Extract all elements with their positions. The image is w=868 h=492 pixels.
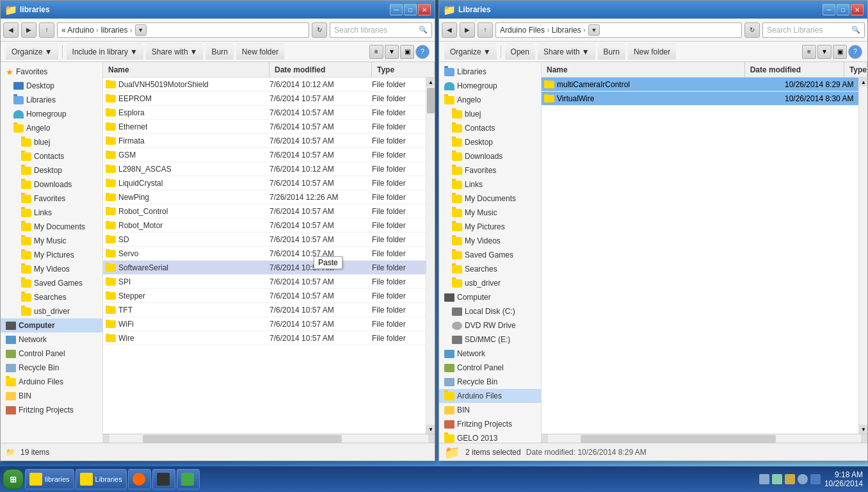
file-row[interactable]: GSM 7/6/2014 10:57 AM File folder bbox=[103, 148, 426, 162]
sidebar-item-downloads[interactable]: Downloads bbox=[1, 177, 102, 192]
sidebar-item-usb-driver[interactable]: usb_driver bbox=[1, 304, 102, 318]
address-box-right[interactable]: Arduino Files › Libraries › ▼ bbox=[495, 22, 742, 38]
file-row[interactable]: TFT 7/6/2014 10:57 AM File folder bbox=[103, 303, 426, 317]
forward-btn-left[interactable]: ▶ bbox=[21, 22, 36, 38]
sidebar-right-links[interactable]: Links bbox=[439, 177, 541, 192]
sidebar-right-searches[interactable]: Searches bbox=[439, 262, 541, 276]
sidebar-right-my-pictures[interactable]: My Pictures bbox=[439, 220, 541, 234]
scroll-thumb-left[interactable] bbox=[427, 88, 435, 113]
h-scroll-thumb-left[interactable] bbox=[143, 435, 342, 443]
scroll-track-left[interactable]: ▲ ▼ bbox=[426, 78, 435, 434]
sidebar-right-downloads[interactable]: Downloads bbox=[439, 149, 541, 163]
clock-display[interactable]: 9:18 AM 10/26/2014 bbox=[824, 470, 863, 488]
address-dropdown-left[interactable]: ▼ bbox=[135, 24, 147, 36]
left-explorer-window[interactable]: 📁 libraries ─ □ ✕ ◀ ▶ ↑ « Arduino › libr… bbox=[0, 0, 435, 461]
sidebar-right-my-videos[interactable]: My Videos bbox=[439, 234, 541, 248]
sidebar-item-my-documents[interactable]: My Documents bbox=[1, 220, 102, 234]
tray-icon-1[interactable] bbox=[759, 474, 769, 484]
taskbar-item-code[interactable] bbox=[177, 469, 200, 489]
search-box-left[interactable]: Search libraries 🔍 bbox=[330, 22, 432, 38]
sidebar-right-network[interactable]: Network bbox=[439, 347, 541, 361]
scroll-down-right[interactable]: ▼ bbox=[859, 425, 867, 434]
sidebar-item-libraries[interactable]: Libraries bbox=[1, 93, 102, 107]
sidebar-right-dvd[interactable]: DVD RW Drive bbox=[439, 318, 541, 332]
sidebar-right-desktop[interactable]: Desktop bbox=[439, 135, 541, 149]
up-btn-right[interactable]: ↑ bbox=[478, 22, 493, 38]
help-btn-right[interactable]: ? bbox=[848, 45, 862, 59]
maximize-btn-left[interactable]: □ bbox=[404, 4, 417, 15]
file-row[interactable]: Stepper 7/6/2014 10:57 AM File folder bbox=[103, 289, 426, 303]
file-row[interactable]: EEPROM 7/6/2014 10:57 AM File folder bbox=[103, 92, 426, 106]
minimize-btn-right[interactable]: ─ bbox=[823, 4, 835, 15]
address-box-left[interactable]: « Arduino › libraries › ▼ bbox=[57, 22, 309, 38]
col-name-header-right[interactable]: Name bbox=[542, 62, 745, 77]
scroll-up-right[interactable]: ▲ bbox=[859, 78, 867, 86]
sidebar-item-bluej[interactable]: bluej bbox=[1, 135, 102, 149]
sidebar-right-computer[interactable]: Computer bbox=[439, 290, 541, 304]
h-scrollbar-right[interactable] bbox=[542, 434, 867, 443]
sidebar-right-contacts[interactable]: Contacts bbox=[439, 121, 541, 135]
file-row[interactable]: Robot_Control 7/6/2014 10:57 AM File fol… bbox=[103, 204, 426, 218]
sidebar-item-contacts[interactable]: Contacts bbox=[1, 149, 102, 163]
scroll-down-left[interactable]: ▼ bbox=[426, 425, 435, 434]
sidebar-item-angelo[interactable]: Angelo bbox=[1, 121, 102, 135]
sidebar-item-network[interactable]: Network bbox=[1, 332, 102, 347]
sidebar-item-links[interactable]: Links bbox=[1, 206, 102, 220]
preview-btn-left[interactable]: ▣ bbox=[400, 45, 414, 59]
file-row[interactable]: Firmata 7/6/2014 10:57 AM File folder bbox=[103, 134, 426, 148]
burn-btn-right[interactable]: Burn bbox=[598, 44, 625, 60]
file-row[interactable]: Servo 7/6/2014 10:57 AM File folder bbox=[103, 247, 426, 261]
sidebar-item-favorites2[interactable]: Favorites bbox=[1, 192, 102, 206]
file-row[interactable]: Esplora 7/6/2014 10:57 AM File folder bbox=[103, 106, 426, 120]
sidebar-right-gelo[interactable]: GELO 2013 bbox=[439, 431, 541, 443]
sidebar-item-homegroup[interactable]: Homegroup bbox=[1, 107, 102, 121]
sidebar-right-homegroup[interactable]: Homegroup bbox=[439, 79, 541, 93]
sidebar-right-fritzing[interactable]: Fritzing Projects bbox=[439, 417, 541, 431]
sidebar-right-control-panel[interactable]: Control Panel bbox=[439, 361, 541, 375]
volume-icon[interactable] bbox=[810, 474, 821, 484]
tray-icon-2[interactable] bbox=[772, 474, 782, 484]
sidebar-right-saved-games[interactable]: Saved Games bbox=[439, 248, 541, 262]
address-dropdown-right[interactable]: ▼ bbox=[588, 24, 600, 36]
minimize-btn-left[interactable]: ─ bbox=[390, 4, 403, 15]
file-row[interactable]: WiFi 7/6/2014 10:57 AM File folder bbox=[103, 317, 426, 331]
sidebar-item-desktop[interactable]: Desktop bbox=[1, 79, 102, 93]
h-scroll-thumb-right[interactable] bbox=[581, 435, 776, 443]
sidebar-item-my-pictures[interactable]: My Pictures bbox=[1, 248, 102, 262]
file-row[interactable]: DualVNH5019MotorShield 7/6/2014 10:12 AM… bbox=[103, 78, 426, 92]
include-library-btn[interactable]: Include in library ▼ bbox=[67, 44, 143, 60]
close-btn-right[interactable]: ✕ bbox=[851, 4, 864, 15]
file-row[interactable]: SD 7/6/2014 10:57 AM File folder bbox=[103, 233, 426, 247]
sidebar-item-desktop2[interactable]: Desktop bbox=[1, 163, 102, 177]
sidebar-item-my-music[interactable]: My Music bbox=[1, 234, 102, 248]
taskbar-item-left-explorer[interactable]: libraries bbox=[25, 469, 74, 489]
col-date-header-left[interactable]: Date modified bbox=[269, 62, 372, 77]
share-with-btn-right[interactable]: Share with ▼ bbox=[538, 44, 595, 60]
sidebar-right-my-music[interactable]: My Music bbox=[439, 206, 541, 220]
search-box-right[interactable]: Search Libraries 🔍 bbox=[762, 22, 865, 38]
h-scroll-right-btn-right[interactable] bbox=[861, 434, 867, 443]
network-tray-icon[interactable] bbox=[798, 474, 808, 484]
view-dropdown-btn-right[interactable]: ▼ bbox=[817, 45, 832, 59]
file-row[interactable]: Ethernet 7/6/2014 10:57 AM File folder bbox=[103, 120, 426, 134]
forward-btn-right[interactable]: ▶ bbox=[460, 22, 475, 38]
right-explorer-window[interactable]: 📁 Libraries ─ □ ✕ ◀ ▶ ↑ Arduino Files › … bbox=[438, 0, 868, 461]
file-row[interactable]: VirtualWire 10/26/2014 8:30 AM File fold… bbox=[542, 92, 858, 106]
sidebar-right-usb-driver[interactable]: usb_driver bbox=[439, 276, 541, 290]
sidebar-item-my-videos[interactable]: My Videos bbox=[1, 262, 102, 276]
taskbar-item-browser[interactable] bbox=[128, 469, 151, 489]
col-date-header-right[interactable]: Date modified bbox=[745, 62, 844, 77]
sidebar-item-arduino-files[interactable]: Arduino Files bbox=[1, 375, 102, 389]
sidebar-item-bin[interactable]: BIN bbox=[1, 389, 102, 403]
refresh-btn-right[interactable]: ↻ bbox=[744, 22, 760, 38]
file-row[interactable]: L298N_ASCAS 7/6/2014 10:12 AM File folde… bbox=[103, 162, 426, 176]
file-row[interactable]: SPI 7/6/2014 10:57 AM File folder bbox=[103, 275, 426, 289]
back-btn-right[interactable]: ◀ bbox=[442, 22, 457, 38]
h-scroll-right-btn[interactable] bbox=[428, 434, 435, 443]
up-btn-left[interactable]: ↑ bbox=[39, 22, 54, 38]
sidebar-right-local-disk[interactable]: Local Disk (C:) bbox=[439, 304, 541, 318]
sidebar-right-bluej[interactable]: bluej bbox=[439, 107, 541, 121]
sidebar-right-libraries[interactable]: Libraries bbox=[439, 65, 541, 79]
refresh-btn-left[interactable]: ↻ bbox=[312, 22, 327, 38]
sidebar-item-control-panel[interactable]: Control Panel bbox=[1, 347, 102, 361]
